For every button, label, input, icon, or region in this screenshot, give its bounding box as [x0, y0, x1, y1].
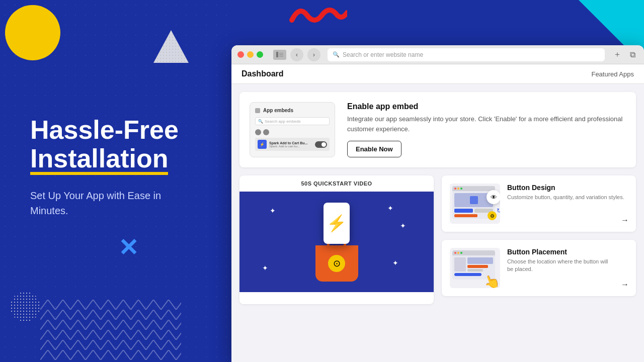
left-panel: Hassle-Free Installation Set Up Your App…	[0, 0, 231, 362]
phone-card: ⚡	[324, 203, 350, 244]
app-embeds-title: App embeds	[263, 108, 293, 113]
embed-info: Enable app embed Integrate our app seaml…	[347, 102, 626, 157]
preview-app-item: ⚡ Spark Add to Cart Bu... Spark: Add to …	[255, 138, 330, 151]
address-bar[interactable]: 🔍 Search or enter website name	[328, 48, 605, 61]
forward-button[interactable]: ›	[307, 48, 320, 61]
video-label: 50S QUICKSTART VIDEO	[239, 175, 434, 192]
button-placement-info: Button Placement Choose the location whe…	[507, 248, 628, 274]
new-tab-button[interactable]: ＋	[612, 49, 623, 60]
triangle-decoration	[151, 28, 191, 70]
preview-search-bar: 🔍 Search app embeds	[255, 117, 330, 125]
button-design-description: Customize button, quantity, and variatio…	[507, 194, 628, 201]
browser-action-buttons: ＋ ⧉	[612, 49, 638, 60]
hero-title: Hassle-Free Installation	[30, 116, 191, 173]
sidebar-toggle-icon[interactable]	[273, 50, 286, 60]
gear-settings-icon: ⚙	[488, 211, 497, 220]
sparkle-icon-4: ✦	[262, 264, 268, 272]
button-design-card: 👁 ⚙ ↻ Button Design Customize button, qu…	[442, 175, 636, 232]
embed-description: Integrate our app seamlessly into your s…	[347, 114, 626, 134]
refresh-arrow-icon: ↻	[497, 207, 500, 214]
video-thumbnail[interactable]: ✦ ✦ ✦ ✦ ✦ ⚡	[239, 192, 434, 292]
svg-rect-9	[279, 54, 283, 55]
dashboard-header: Dashboard Featured Apps	[231, 64, 644, 84]
zigzag-decoration	[40, 300, 181, 362]
yellow-circle-decoration	[5, 5, 60, 60]
svg-marker-2	[153, 30, 189, 63]
video-card: 50S QUICKSTART VIDEO ✦ ✦ ✦ ✦ ✦ ⚡	[239, 175, 434, 304]
dot-circle-decoration	[10, 292, 40, 322]
eye-icon: 👁	[487, 190, 500, 204]
browser-content: Dashboard Featured Apps App embeds 🔍 Sea…	[231, 64, 644, 362]
close-button[interactable]	[237, 51, 244, 58]
browser-navigation: ‹ ›	[271, 48, 320, 61]
button-placement-image: 👆	[450, 248, 500, 288]
hero-subtitle: Set Up Your App with Ease in Minutes.	[30, 188, 191, 218]
squiggle-decoration	[287, 0, 347, 32]
app-embeds-icon	[255, 108, 260, 113]
maximize-button[interactable]	[257, 51, 263, 58]
minimize-button[interactable]	[247, 51, 254, 58]
button-design-info: Button Design Customize button, quantity…	[507, 184, 628, 201]
sparkle-icon-3: ✦	[400, 222, 406, 230]
two-column-section: 50S QUICKSTART VIDEO ✦ ✦ ✦ ✦ ✦ ⚡	[239, 175, 636, 304]
button-design-image: 👁 ⚙ ↻	[450, 184, 500, 224]
embed-heading: Enable app embed	[347, 102, 626, 111]
button-placement-arrow[interactable]: →	[621, 280, 629, 289]
browser-window: ‹ › 🔍 Search or enter website name ＋ ⧉ D…	[231, 45, 644, 362]
bag-logo: ⊙	[328, 255, 345, 272]
embed-toggle[interactable]	[315, 141, 327, 148]
lightning-bolt-icon: ⚡	[327, 214, 347, 233]
embed-card: App embeds 🔍 Search app embeds ⚡ S	[239, 92, 636, 167]
embed-preview: App embeds 🔍 Search app embeds ⚡ S	[250, 102, 335, 157]
enable-now-button[interactable]: Enable Now	[347, 141, 401, 157]
button-design-arrow[interactable]: →	[621, 216, 629, 225]
browser-titlebar: ‹ › 🔍 Search or enter website name ＋ ⧉	[231, 45, 644, 64]
featured-apps-link[interactable]: Featured Apps	[591, 70, 634, 78]
content-area: App embeds 🔍 Search app embeds ⚡ S	[231, 84, 644, 312]
button-placement-description: Choose the location where the button wil…	[507, 258, 628, 274]
svg-rect-7	[276, 52, 278, 57]
share-button[interactable]: ⧉	[627, 49, 638, 60]
svg-rect-10	[279, 56, 283, 57]
x-decoration: ✕	[118, 233, 138, 261]
video-bag-graphic: ⚡ ⊙	[315, 203, 358, 282]
sparkle-icon: ✦	[270, 207, 276, 215]
button-placement-card: 👆 Button Placement Choose the location w…	[442, 240, 636, 296]
sparkle-icon-2: ✦	[387, 204, 393, 212]
svg-rect-8	[279, 53, 283, 54]
dashboard-title: Dashboard	[242, 69, 284, 78]
button-design-title: Button Design	[507, 184, 628, 192]
button-placement-title: Button Placement	[507, 248, 628, 256]
preview-gear-row	[255, 129, 330, 135]
side-cards: 👁 ⚙ ↻ Button Design Customize button, qu…	[442, 175, 636, 304]
bag-body: ⊙	[315, 245, 358, 282]
back-button[interactable]: ‹	[290, 48, 303, 61]
sparkle-icon-5: ✦	[392, 259, 398, 267]
svg-rect-3	[40, 300, 181, 360]
hero-text-block: Hassle-Free Installation Set Up Your App…	[30, 116, 191, 218]
